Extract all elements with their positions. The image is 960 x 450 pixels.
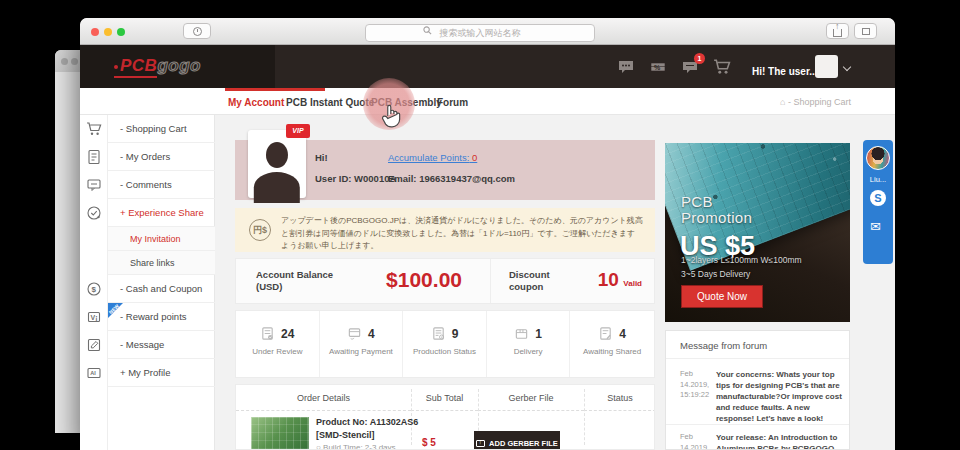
product-image: [251, 417, 309, 450]
share-button[interactable]: [826, 23, 849, 39]
minimize-window-button[interactable]: [104, 28, 112, 36]
search-input[interactable]: [365, 24, 595, 42]
production-icon: [431, 326, 446, 341]
discount-coupon-cell: Discount coupon 10 Valid: [491, 259, 654, 303]
product-number: Product No: A11302AS6: [316, 417, 418, 427]
points-value: 0: [472, 152, 477, 163]
build-time: Build Time: 2-3 days: [316, 443, 396, 450]
close-window-button[interactable]: [91, 28, 99, 36]
nav-forum[interactable]: Forum: [437, 97, 468, 108]
promo-spec-1: 1~2layers L≤100mm W≤100mm: [681, 255, 802, 265]
chevron-down-icon[interactable]: [843, 63, 851, 71]
share-icon: [833, 29, 842, 37]
support-avatar[interactable]: [866, 146, 890, 170]
tabs-icon: [862, 28, 870, 35]
stat-awaiting-shared[interactable]: 4 Awaiting Shared: [570, 311, 654, 377]
nav-pcb-instant-quote[interactable]: PCB Instant Quote: [286, 97, 374, 108]
sidebar-item-shopping-cart[interactable]: - Shopping Cart: [108, 115, 215, 143]
breadcrumb-label: - Shopping Cart: [788, 97, 851, 107]
stat-label: Delivery: [487, 347, 570, 356]
sidebar-item-my-invitation[interactable]: My Invitation: [108, 227, 215, 251]
product-type: [SMD-Stencil]: [316, 430, 375, 440]
svg-text:AI: AI: [90, 370, 96, 376]
history-button[interactable]: [183, 23, 211, 39]
coupon-value: 10 Valid: [598, 269, 642, 291]
tab-overview-button[interactable]: [854, 23, 877, 39]
stat-count: 1: [535, 327, 542, 341]
active-tab-indicator: [225, 88, 325, 91]
sidebar-item-experience-share[interactable]: + Experience Share: [108, 199, 215, 227]
order-status-box: 24 Under Review 4 Awaiting Payment 9 Pro…: [235, 310, 655, 378]
stat-count: 9: [452, 327, 459, 341]
forum-post-link[interactable]: Your concerns: Whats your top tips for d…: [716, 369, 842, 424]
svg-text:$: $: [92, 285, 97, 294]
nav-my-account[interactable]: My Account: [228, 97, 284, 108]
forum-title: Message from forum: [680, 340, 767, 351]
stat-under-review[interactable]: 24 Under Review: [236, 311, 320, 377]
window-dot: [71, 58, 78, 65]
message-icon[interactable]: 1: [681, 58, 699, 76]
sidebar-item-comments[interactable]: - Comments: [108, 171, 215, 199]
user-greeting[interactable]: Hi! The user...: [752, 66, 818, 77]
stat-delivery[interactable]: 1 Delivery: [487, 311, 571, 377]
profile-avatar[interactable]: [248, 130, 306, 198]
dollar-icon: $: [86, 281, 102, 297]
pcbgogo-logo[interactable]: PCBgogo: [114, 56, 201, 76]
background-window: [55, 50, 81, 433]
chat-icon[interactable]: [617, 58, 635, 76]
profile-greeting: Hi!: [315, 152, 328, 163]
search-icon: [423, 26, 432, 35]
coupon-icon[interactable]: %: [649, 58, 667, 76]
coupon-unit: Valid: [623, 279, 642, 288]
forum-post-date: Feb 14.2019, 15:19:22: [680, 369, 713, 401]
person-icon: [248, 130, 306, 198]
sidebar-item-my-profile[interactable]: + My Profile: [108, 359, 215, 387]
points-label: Accumulate Points:: [388, 152, 469, 163]
profile-email: Email: 1966319437@qq.com: [388, 173, 515, 184]
logo-pcb: PCB: [114, 56, 157, 78]
breadcrumb[interactable]: ⌂ - Shopping Cart: [780, 97, 851, 107]
promo-banner[interactable]: PCB Promotion US $5 1~2layers L≤100mm W≤…: [665, 143, 850, 322]
browser-chrome: [80, 18, 895, 45]
add-gerber-label: ADD GERBER FILE: [489, 439, 558, 448]
sidebar-item-share-links[interactable]: Share links: [108, 251, 215, 275]
balance-box: Account Balance (USD) $100.00 Discount c…: [235, 258, 655, 304]
col-status: Status: [584, 385, 655, 411]
sidebar-item-message[interactable]: - Message: [108, 331, 215, 359]
main-nav: My Account PCB Instant Quote PCB Assembl…: [80, 88, 895, 115]
forum-message-box: Message from forum Feb 14.2019, 15:19:22…: [665, 330, 850, 450]
site-header: PCBgogo % 1 Hi! The user...: [80, 45, 895, 88]
reward-card-icon: V¡: [86, 309, 102, 325]
promo-spec-2: 3~5 Days Delivery: [681, 269, 750, 279]
orders-table: Order Details Sub Total Gerber File Stat…: [235, 384, 655, 450]
payment-icon: [347, 326, 362, 341]
stat-production-status[interactable]: 9 Production Status: [403, 311, 487, 377]
logo-gogo: gogo: [157, 56, 201, 75]
share-icon: [86, 205, 102, 221]
header-avatar[interactable]: [815, 55, 838, 78]
address-bar[interactable]: [365, 22, 595, 40]
zoom-window-button[interactable]: [117, 28, 125, 36]
clock-icon: [193, 27, 202, 36]
balance-label: Account Balance (USD): [256, 269, 346, 293]
forum-post-link[interactable]: Your release: An Introduction to Aluminu…: [716, 432, 842, 450]
profile-user-id: User ID: W00010A: [315, 173, 396, 184]
window-dot: [61, 58, 68, 65]
quote-now-button[interactable]: Quote Now: [681, 285, 763, 308]
col-order-details: Order Details: [236, 385, 411, 411]
cart-icon[interactable]: [713, 58, 731, 76]
accumulate-points-link[interactable]: Accumulate Points: 0: [388, 152, 477, 163]
comment-icon: [86, 177, 102, 193]
profile-card-icon: AI: [86, 365, 102, 381]
coupon-label: Discount coupon: [509, 269, 569, 293]
sidebar-item-reward-points[interactable]: - Reward points: [108, 303, 215, 331]
add-gerber-file-button[interactable]: ADD GERBER FILE: [474, 431, 560, 450]
skype-icon[interactable]: S: [870, 190, 886, 206]
nav-pcb-assembly[interactable]: PCB Assembly: [371, 97, 442, 108]
sidebar-item-cash-and-coupon[interactable]: - Cash and Coupon: [108, 275, 215, 303]
sidebar-item-my-orders[interactable]: - My Orders: [108, 143, 215, 171]
email-icon[interactable]: ✉: [870, 219, 881, 234]
stat-awaiting-payment[interactable]: 4 Awaiting Payment: [320, 311, 404, 377]
stat-count: 4: [619, 327, 626, 341]
logo-panel: PCBgogo: [80, 45, 275, 88]
